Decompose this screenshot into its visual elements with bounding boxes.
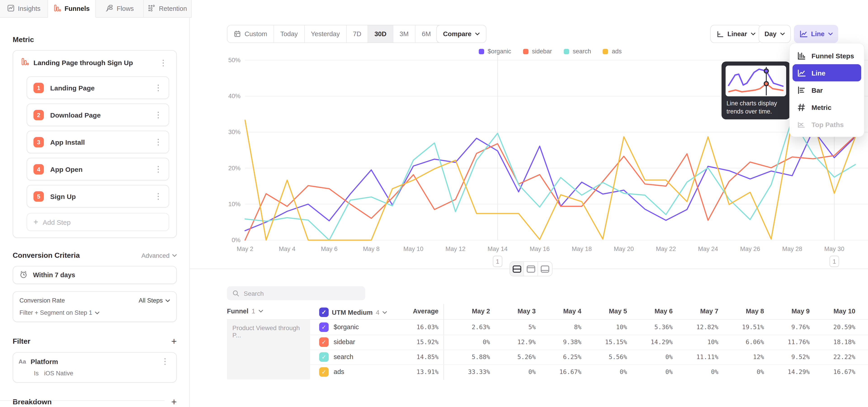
- breakdown-column-header[interactable]: ✓ UTM Medium 4: [319, 308, 387, 317]
- row-value: 0%: [577, 368, 627, 375]
- chart-type-menu: Funnel Steps Line Bar Metric Top Paths: [789, 43, 864, 137]
- scale-button[interactable]: Linear: [710, 25, 761, 43]
- funnel-column-header[interactable]: Funnel 1: [227, 308, 263, 315]
- funnel-title-row[interactable]: Landing Page through Sign Up ⋮: [19, 56, 171, 72]
- date-column-header[interactable]: May 4: [536, 308, 581, 315]
- date-column-header[interactable]: May 3: [491, 308, 536, 315]
- select-all-checkbox[interactable]: ✓: [319, 308, 329, 317]
- tab-insights[interactable]: Insights: [0, 0, 48, 18]
- x-axis-label: May 6: [321, 246, 338, 252]
- tab-label: Retention: [159, 5, 187, 12]
- range-6m[interactable]: 6M: [415, 25, 438, 42]
- conversion-window-card[interactable]: Within 7 days: [13, 266, 177, 284]
- series-line-sidebar[interactable]: [245, 136, 855, 240]
- date-column-header[interactable]: May 8: [719, 308, 764, 315]
- menu-item-line[interactable]: Line: [793, 64, 861, 82]
- date-column-header[interactable]: May 6: [627, 308, 673, 315]
- row-value: 8%: [532, 323, 581, 331]
- menu-item-top-paths[interactable]: Top Paths: [793, 116, 861, 133]
- metric-heading: Metric: [13, 36, 177, 44]
- filter-card: Aa Platform ⋮ Is iOS Native: [13, 352, 177, 383]
- date-column-header[interactable]: May 2: [445, 308, 490, 315]
- granularity-button[interactable]: Day: [758, 25, 790, 43]
- range-today[interactable]: Today: [274, 25, 305, 42]
- split-view-button[interactable]: [510, 262, 524, 276]
- plus-icon: +: [33, 217, 38, 227]
- menu-item-metric[interactable]: Metric: [793, 99, 861, 116]
- range-3m[interactable]: 3M: [393, 25, 415, 42]
- filter-segment-dropdown[interactable]: Filter + Segment on Step 1: [20, 309, 170, 316]
- search-input[interactable]: [244, 290, 348, 297]
- row-average: 13.91%: [389, 368, 438, 375]
- menu-item-funnel-steps[interactable]: Funnel Steps: [793, 47, 861, 64]
- range-yesterday[interactable]: Yesterday: [305, 25, 346, 42]
- y-axis-label: 40%: [228, 93, 241, 99]
- series-line-ads[interactable]: [245, 120, 855, 240]
- step-number-badge: 4: [33, 164, 44, 174]
- tab-flows[interactable]: Flows: [96, 0, 144, 18]
- filter-heading: Filter: [13, 337, 30, 345]
- add-breakdown-button[interactable]: +: [171, 397, 177, 407]
- date-column-header[interactable]: May 7: [673, 308, 718, 315]
- date-column-header[interactable]: May 9: [765, 308, 810, 315]
- filter-property[interactable]: Platform: [31, 357, 155, 365]
- range-label: Custom: [245, 30, 267, 37]
- kebab-menu-icon[interactable]: ⋮: [152, 138, 164, 146]
- date-column-header[interactable]: May 5: [582, 308, 627, 315]
- row-checkbox[interactable]: ✓: [319, 337, 329, 347]
- funnel-icon: [21, 58, 29, 67]
- add-filter-button[interactable]: +: [171, 337, 177, 346]
- kebab-menu-icon[interactable]: ⋮: [152, 84, 164, 92]
- x-axis-label: May 16: [530, 246, 550, 252]
- filter-operator[interactable]: Is: [34, 370, 39, 377]
- range-custom[interactable]: Custom: [227, 25, 274, 42]
- kebab-menu-icon[interactable]: ⋮: [152, 111, 164, 119]
- funnel-step-4[interactable]: 4 App Open ⋮: [27, 158, 169, 181]
- row-value: 6.06%: [714, 338, 764, 345]
- row-value: 5.56%: [577, 353, 627, 361]
- range-30d[interactable]: 30D: [368, 25, 393, 42]
- chevron-down-icon: [475, 33, 480, 35]
- funnel-step-3[interactable]: 3 App Install ⋮: [27, 131, 169, 153]
- all-steps-dropdown[interactable]: All Steps: [138, 297, 170, 304]
- funnel-step-1[interactable]: 1 Landing Page ⋮: [27, 76, 169, 99]
- row-checkbox[interactable]: ✓: [319, 367, 329, 377]
- advanced-dropdown[interactable]: Advanced: [141, 252, 177, 259]
- funnel-step-2[interactable]: 2 Download Page ⋮: [27, 103, 169, 126]
- row-value: 9.52%: [760, 353, 810, 361]
- kebab-menu-icon[interactable]: ⋮: [159, 357, 171, 366]
- funnel-steps-icon: [797, 51, 806, 60]
- kebab-menu-icon[interactable]: ⋮: [152, 192, 164, 200]
- compare-button[interactable]: Compare: [436, 25, 487, 43]
- breakdown-table: Funnel 1 ✓ UTM Medium 4 Average May 2May…: [190, 304, 868, 394]
- row-value: 9.38%: [532, 338, 581, 345]
- row-checkbox[interactable]: ✓: [319, 352, 329, 362]
- table-view-button[interactable]: [538, 262, 552, 276]
- series-line-organic[interactable]: [245, 130, 855, 231]
- average-column-header[interactable]: Average: [393, 308, 438, 315]
- funnel-cell[interactable]: Product Viewed through P...: [227, 320, 310, 379]
- chart-type-button[interactable]: Line: [794, 25, 838, 43]
- table-search[interactable]: [227, 286, 365, 300]
- funnel-step-5[interactable]: 5 Sign Up ⋮: [27, 185, 169, 208]
- kebab-menu-icon[interactable]: ⋮: [152, 165, 164, 173]
- tooltip-text: Line charts display trends over time.: [726, 99, 786, 116]
- table-row-sidebar: ✓ sidebar 15.92%0%12.9%9.38%15.15%14.29%…: [310, 335, 868, 350]
- annotation-badge[interactable]: 1: [830, 256, 839, 267]
- date-column-header[interactable]: May 10: [810, 308, 855, 315]
- kebab-menu-icon[interactable]: ⋮: [157, 59, 169, 67]
- chart-view-button[interactable]: [524, 262, 538, 276]
- annotation-badge[interactable]: 1: [493, 256, 502, 267]
- conversion-rate-label: Conversion Rate: [20, 297, 65, 304]
- tab-retention[interactable]: Retention: [144, 0, 192, 18]
- filter-value[interactable]: iOS Native: [44, 370, 73, 377]
- retention-icon: [148, 4, 155, 13]
- step-label: Sign Up: [50, 192, 146, 200]
- add-step-button[interactable]: + Add Step: [27, 213, 169, 231]
- range-7d[interactable]: 7D: [346, 25, 368, 42]
- row-checkbox[interactable]: ✓: [319, 322, 329, 332]
- menu-item-bar[interactable]: Bar: [793, 82, 861, 99]
- divider: [310, 335, 868, 335]
- row-value: 5%: [486, 323, 536, 331]
- tab-funnels[interactable]: Funnels: [48, 0, 96, 18]
